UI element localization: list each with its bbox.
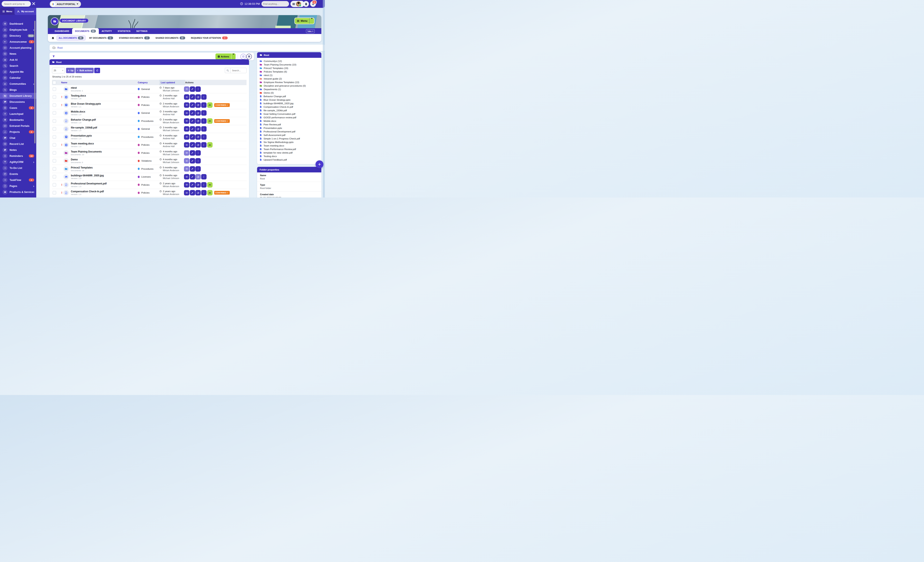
edit-button[interactable] xyxy=(190,142,195,147)
tab-settings[interactable]: SETTINGS xyxy=(134,28,150,34)
tree-file-item[interactable]: Peer Review.pdf xyxy=(257,123,321,126)
view-button[interactable] xyxy=(184,190,189,195)
up-button[interactable]: Up xyxy=(66,68,75,73)
compose-button[interactable] xyxy=(195,190,201,195)
column-category[interactable]: Category xyxy=(138,81,148,84)
row-checkbox[interactable] xyxy=(52,167,56,171)
sidebar-item-calendar[interactable]: Calendar xyxy=(0,75,36,81)
sidebar-scrollbar[interactable] xyxy=(34,21,35,143)
view-button[interactable] xyxy=(184,166,189,171)
row-checkbox[interactable] xyxy=(52,103,56,107)
subtab-shared-documents[interactable]: SHARED DOCUMENTS60 xyxy=(153,35,187,41)
tree-file-item[interactable]: Blue Ocean Strategy.pptx xyxy=(257,98,321,102)
sidebar-item-chat[interactable]: Chat xyxy=(0,135,36,141)
sign-button[interactable] xyxy=(207,118,213,124)
sidebar-item-notes[interactable]: Notes xyxy=(0,147,36,153)
edit-button[interactable] xyxy=(190,94,195,100)
table-search-input[interactable] xyxy=(230,68,246,73)
tab-documents[interactable]: DOCUMENTS89 xyxy=(72,28,99,34)
edit-button[interactable] xyxy=(190,174,195,179)
document-name-link[interactable]: Behavior Change.pdf xyxy=(71,118,96,121)
sidebar-item-account-planning[interactable]: Account planning xyxy=(0,45,36,51)
more-button[interactable] xyxy=(201,182,207,188)
tree-folder-item[interactable]: Intranet guide (2) xyxy=(257,77,321,80)
sidebar-item-news[interactable]: News xyxy=(0,51,36,57)
document-name-link[interactable]: Team Plaining Documents xyxy=(71,150,102,153)
document-name-link[interactable]: Presentation.pptx xyxy=(71,134,92,137)
view-button[interactable] xyxy=(184,182,189,188)
table-search-icon[interactable] xyxy=(225,68,230,73)
view-button[interactable] xyxy=(184,126,189,132)
actions-button[interactable]: Actions xyxy=(216,54,236,60)
document-name-link[interactable]: ntest xyxy=(71,86,83,89)
subtab-starred-documents[interactable]: STARRED DOCUMENTS4 xyxy=(117,35,152,41)
tree-folder-item[interactable]: Prince2 Templates (19) xyxy=(257,66,321,70)
more-button[interactable] xyxy=(201,118,207,124)
global-search-input[interactable] xyxy=(261,3,289,5)
sign-button[interactable] xyxy=(207,182,213,188)
tree-file-item[interactable]: Upward Feedback.pdf xyxy=(257,158,321,161)
edit-button[interactable] xyxy=(190,190,195,195)
sidebar-item-appoint-me[interactable]: Appoint Me xyxy=(0,69,36,75)
sidebar-item-record-list[interactable]: Record List xyxy=(0,141,36,147)
document-name-link[interactable]: Professional Development.pdf xyxy=(71,182,107,185)
more-button[interactable] xyxy=(201,110,207,116)
edit-button[interactable] xyxy=(190,102,195,108)
edit-button[interactable] xyxy=(190,150,195,156)
tree-file-item[interactable]: GOOD performance review.pdf xyxy=(257,116,321,119)
sidebar-tab-my-account[interactable]: My account xyxy=(15,8,36,15)
tab-dashboard[interactable]: DASHBOARD xyxy=(52,28,72,34)
tree-file-item[interactable]: Presentation.pptx xyxy=(257,126,321,130)
tree-file-item[interactable]: Goal Setting Conversation.pdf xyxy=(257,112,321,116)
document-name-link[interactable]: Compensation Check-In.pdf xyxy=(71,190,104,193)
sidebar-search-input[interactable] xyxy=(2,3,31,5)
edit-button[interactable] xyxy=(190,134,195,140)
sidebar-item-announcements[interactable]: Announcements1 xyxy=(0,39,36,45)
sidebar-tab-menu[interactable]: Menu xyxy=(0,8,15,15)
row-checkbox[interactable] xyxy=(52,87,56,91)
more-button[interactable] xyxy=(201,174,207,179)
tabs-dropdown-outline[interactable]: Tabs xyxy=(306,29,315,33)
compose-button[interactable] xyxy=(195,94,201,100)
page-scrollbar[interactable] xyxy=(323,0,325,197)
tree-file-item[interactable]: Mobile.docx xyxy=(257,119,321,123)
sidebar-item-bookmarks[interactable]: Bookmarks xyxy=(0,117,36,123)
view-button[interactable] xyxy=(184,94,189,100)
more-button[interactable] xyxy=(201,190,207,195)
more-button[interactable] xyxy=(201,102,207,108)
sidebar-item-cases[interactable]: Cases6 xyxy=(0,105,36,111)
row-checkbox[interactable] xyxy=(52,95,56,99)
column-last-updated[interactable]: Last updated xyxy=(159,80,185,85)
tree-folder-item[interactable]: ntest (1) xyxy=(257,74,321,77)
sign-button[interactable] xyxy=(207,102,213,108)
sign-button[interactable] xyxy=(207,190,213,195)
row-checkbox[interactable] xyxy=(52,119,56,123)
compose-button[interactable] xyxy=(195,182,201,188)
compose-button[interactable] xyxy=(195,142,201,147)
more-button[interactable] xyxy=(195,166,201,171)
tree-file-item[interactable]: Testing.docx xyxy=(257,155,321,158)
view-button[interactable] xyxy=(184,102,189,108)
document-name-link[interactable]: Mobile.docx xyxy=(71,110,85,113)
document-name-link[interactable]: Demo xyxy=(71,158,83,161)
home-icon[interactable] xyxy=(51,36,54,40)
edit-button[interactable] xyxy=(190,110,195,116)
more-button[interactable] xyxy=(195,150,201,156)
sidebar-item-reminders[interactable]: Reminders18 xyxy=(0,153,36,159)
column-name[interactable]: Name xyxy=(61,81,68,84)
edit-button[interactable] xyxy=(190,86,195,92)
compose-button[interactable] xyxy=(195,174,201,179)
sign-button[interactable] xyxy=(207,142,213,147)
view-button[interactable] xyxy=(184,174,189,179)
sidebar-item-dashboard[interactable]: Dashboard xyxy=(0,21,36,27)
more-button[interactable] xyxy=(201,142,207,147)
document-name-link[interactable]: buildings-5644899_1920.jpg xyxy=(71,174,104,177)
edit-button[interactable] xyxy=(190,166,195,171)
view-button[interactable] xyxy=(184,158,189,164)
compose-button[interactable] xyxy=(195,118,201,124)
sidebar-item-discussions[interactable]: Discussions xyxy=(0,99,36,105)
edit-button[interactable] xyxy=(190,182,195,188)
sidebar-item-agilitycrm[interactable]: AgilityCRM› xyxy=(0,159,36,165)
more-button[interactable] xyxy=(195,86,201,92)
tree-file-item[interactable]: Self-Assessment.pdf xyxy=(257,133,321,137)
